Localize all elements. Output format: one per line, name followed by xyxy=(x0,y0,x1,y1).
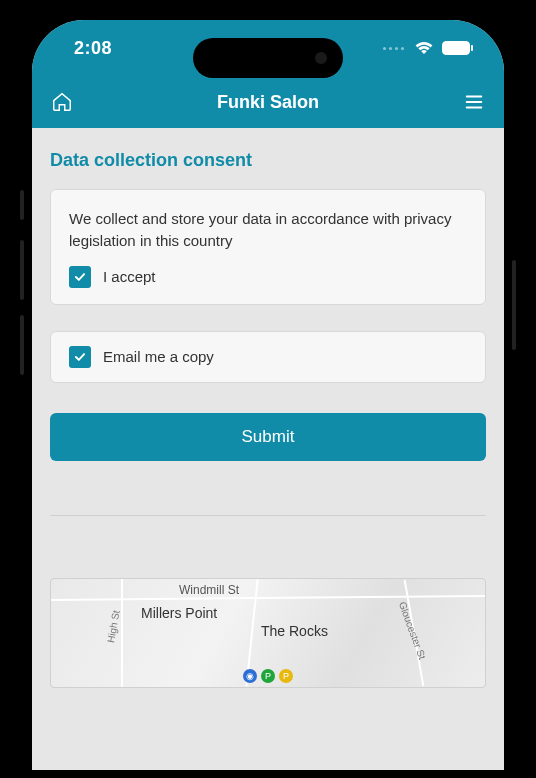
app-header: Funki Salon xyxy=(32,76,504,128)
email-checkbox[interactable] xyxy=(69,346,91,368)
submit-button[interactable]: Submit xyxy=(50,413,486,461)
map-label: Gloucester St xyxy=(397,600,428,661)
map-label: The Rocks xyxy=(261,623,328,639)
accept-checkbox-row[interactable]: I accept xyxy=(69,266,467,288)
consent-text: We collect and store your data in accord… xyxy=(69,208,467,252)
cellular-dots-icon xyxy=(383,47,404,50)
content-area: Data collection consent We collect and s… xyxy=(32,128,504,770)
battery-icon xyxy=(442,41,470,55)
home-icon[interactable] xyxy=(50,90,74,114)
phone-notch xyxy=(193,38,343,78)
accept-checkbox[interactable] xyxy=(69,266,91,288)
map-pins: ◉ P P xyxy=(243,669,293,683)
wifi-icon xyxy=(414,41,434,55)
section-title: Data collection consent xyxy=(50,150,486,171)
map-preview[interactable]: Windmill St Millers Point The Rocks High… xyxy=(50,578,486,688)
email-copy-card: Email me a copy xyxy=(50,331,486,383)
menu-icon[interactable] xyxy=(462,90,486,114)
map-pin-icon: P xyxy=(279,669,293,683)
map-label: Millers Point xyxy=(141,605,217,621)
status-time: 2:08 xyxy=(74,38,112,59)
section-divider xyxy=(50,515,486,516)
map-label: High St xyxy=(105,609,122,643)
map-label: Windmill St xyxy=(179,583,239,597)
phone-frame: 2:08 Funki Salon Data collection consent… xyxy=(24,12,512,778)
app-title: Funki Salon xyxy=(217,92,319,113)
email-label: Email me a copy xyxy=(103,348,214,365)
consent-card: We collect and store your data in accord… xyxy=(50,189,486,305)
accept-label: I accept xyxy=(103,268,156,285)
map-pin-icon: ◉ xyxy=(243,669,257,683)
map-pin-icon: P xyxy=(261,669,275,683)
email-checkbox-row[interactable]: Email me a copy xyxy=(69,346,467,368)
